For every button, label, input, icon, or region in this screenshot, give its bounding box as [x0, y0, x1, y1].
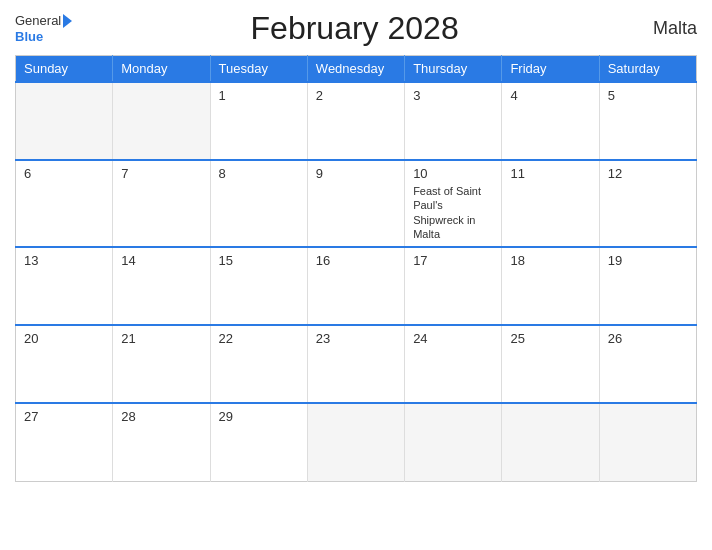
day-number: 20 — [24, 331, 104, 346]
day-number: 6 — [24, 166, 104, 181]
table-row: 6 — [16, 160, 113, 247]
day-number: 11 — [510, 166, 590, 181]
table-row — [599, 403, 696, 481]
day-number: 5 — [608, 88, 688, 103]
day-number: 28 — [121, 409, 201, 424]
header-thursday: Thursday — [405, 56, 502, 83]
day-number: 22 — [219, 331, 299, 346]
header-wednesday: Wednesday — [307, 56, 404, 83]
day-number: 10 — [413, 166, 493, 181]
table-row: 7 — [113, 160, 210, 247]
calendar-header: General Blue February 2028 Malta — [15, 10, 697, 47]
table-row: 3 — [405, 82, 502, 160]
calendar-week-row: 272829 — [16, 403, 697, 481]
table-row — [307, 403, 404, 481]
day-number: 1 — [219, 88, 299, 103]
table-row: 1 — [210, 82, 307, 160]
table-row: 11 — [502, 160, 599, 247]
header-friday: Friday — [502, 56, 599, 83]
calendar-title: February 2028 — [72, 10, 637, 47]
day-number: 19 — [608, 253, 688, 268]
day-number: 24 — [413, 331, 493, 346]
table-row: 15 — [210, 247, 307, 325]
header-tuesday: Tuesday — [210, 56, 307, 83]
header-sunday: Sunday — [16, 56, 113, 83]
day-number: 14 — [121, 253, 201, 268]
table-row: 18 — [502, 247, 599, 325]
table-row: 16 — [307, 247, 404, 325]
table-row: 9 — [307, 160, 404, 247]
logo-general-text: General — [15, 13, 61, 29]
day-number: 7 — [121, 166, 201, 181]
table-row: 17 — [405, 247, 502, 325]
day-number: 2 — [316, 88, 396, 103]
day-number: 16 — [316, 253, 396, 268]
table-row: 24 — [405, 325, 502, 403]
day-number: 8 — [219, 166, 299, 181]
logo: General Blue — [15, 13, 72, 44]
table-row — [16, 82, 113, 160]
table-row: 5 — [599, 82, 696, 160]
weekday-header-row: Sunday Monday Tuesday Wednesday Thursday… — [16, 56, 697, 83]
event-label: Feast of Saint Paul's Shipwreck in Malta — [413, 184, 493, 241]
day-number: 9 — [316, 166, 396, 181]
table-row: 26 — [599, 325, 696, 403]
day-number: 26 — [608, 331, 688, 346]
logo-triangle-icon — [63, 14, 72, 28]
header-saturday: Saturday — [599, 56, 696, 83]
day-number: 13 — [24, 253, 104, 268]
table-row: 10Feast of Saint Paul's Shipwreck in Mal… — [405, 160, 502, 247]
table-row — [502, 403, 599, 481]
table-row: 21 — [113, 325, 210, 403]
header-monday: Monday — [113, 56, 210, 83]
day-number: 23 — [316, 331, 396, 346]
day-number: 21 — [121, 331, 201, 346]
day-number: 18 — [510, 253, 590, 268]
country-label: Malta — [637, 18, 697, 39]
logo-blue-text: Blue — [15, 29, 72, 45]
table-row — [113, 82, 210, 160]
calendar-week-row: 12345 — [16, 82, 697, 160]
day-number: 15 — [219, 253, 299, 268]
table-row: 23 — [307, 325, 404, 403]
calendar-week-row: 20212223242526 — [16, 325, 697, 403]
day-number: 27 — [24, 409, 104, 424]
day-number: 17 — [413, 253, 493, 268]
table-row: 2 — [307, 82, 404, 160]
day-number: 25 — [510, 331, 590, 346]
table-row: 19 — [599, 247, 696, 325]
table-row: 29 — [210, 403, 307, 481]
table-row — [405, 403, 502, 481]
table-row: 4 — [502, 82, 599, 160]
table-row: 20 — [16, 325, 113, 403]
table-row: 12 — [599, 160, 696, 247]
table-row: 28 — [113, 403, 210, 481]
calendar-week-row: 13141516171819 — [16, 247, 697, 325]
day-number: 29 — [219, 409, 299, 424]
day-number: 3 — [413, 88, 493, 103]
table-row: 22 — [210, 325, 307, 403]
day-number: 4 — [510, 88, 590, 103]
calendar-wrapper: General Blue February 2028 Malta Sunday … — [0, 0, 712, 550]
calendar-table: Sunday Monday Tuesday Wednesday Thursday… — [15, 55, 697, 482]
table-row: 27 — [16, 403, 113, 481]
day-number: 12 — [608, 166, 688, 181]
table-row: 14 — [113, 247, 210, 325]
calendar-week-row: 678910Feast of Saint Paul's Shipwreck in… — [16, 160, 697, 247]
table-row: 25 — [502, 325, 599, 403]
table-row: 13 — [16, 247, 113, 325]
table-row: 8 — [210, 160, 307, 247]
